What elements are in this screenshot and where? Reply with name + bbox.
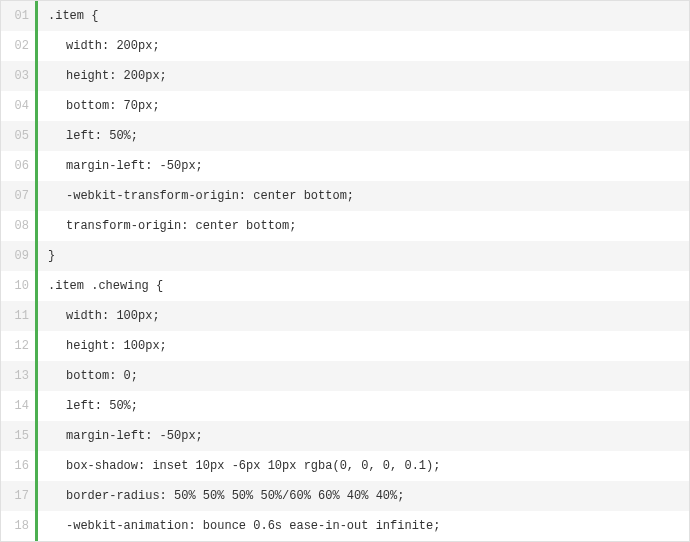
code-line: 11 width: 100px; [1,301,689,331]
code-line: 12 height: 100px; [1,331,689,361]
code-line: 10 .item .chewing { [1,271,689,301]
code-content: width: 100px; [38,309,160,323]
code-line: 07 -webkit-transform-origin: center bott… [1,181,689,211]
line-number: 05 [1,129,35,143]
line-number: 12 [1,339,35,353]
code-line: 01 .item { [1,1,689,31]
line-number: 17 [1,489,35,503]
code-content: bottom: 0; [38,369,138,383]
code-line: 03 height: 200px; [1,61,689,91]
code-content: .item { [38,9,98,23]
code-line: 02 width: 200px; [1,31,689,61]
code-line: 09 } [1,241,689,271]
line-number: 07 [1,189,35,203]
line-number: 06 [1,159,35,173]
line-number: 09 [1,249,35,263]
code-content: bottom: 70px; [38,99,160,113]
line-number: 11 [1,309,35,323]
code-content: border-radius: 50% 50% 50% 50%/60% 60% 4… [38,489,404,503]
line-number: 02 [1,39,35,53]
code-line: 05 left: 50%; [1,121,689,151]
line-number: 01 [1,9,35,23]
code-line: 08 transform-origin: center bottom; [1,211,689,241]
code-line: 15 margin-left: -50px; [1,421,689,451]
code-line: 14 left: 50%; [1,391,689,421]
line-number: 04 [1,99,35,113]
line-number: 18 [1,519,35,533]
line-number: 15 [1,429,35,443]
code-line: 04 bottom: 70px; [1,91,689,121]
code-content: width: 200px; [38,39,160,53]
code-content: margin-left: -50px; [38,429,203,443]
line-number: 13 [1,369,35,383]
code-content: box-shadow: inset 10px -6px 10px rgba(0,… [38,459,440,473]
code-content: transform-origin: center bottom; [38,219,296,233]
code-content: } [38,249,55,263]
code-line: 17 border-radius: 50% 50% 50% 50%/60% 60… [1,481,689,511]
code-content: height: 100px; [38,339,167,353]
line-number: 10 [1,279,35,293]
code-content: height: 200px; [38,69,167,83]
code-line: 16 box-shadow: inset 10px -6px 10px rgba… [1,451,689,481]
line-number: 08 [1,219,35,233]
code-content: left: 50%; [38,399,138,413]
code-line: 18 -webkit-animation: bounce 0.6s ease-i… [1,511,689,541]
code-content: left: 50%; [38,129,138,143]
code-line: 06 margin-left: -50px; [1,151,689,181]
code-content: .item .chewing { [38,279,163,293]
line-number: 14 [1,399,35,413]
line-number: 16 [1,459,35,473]
code-content: margin-left: -50px; [38,159,203,173]
code-line: 13 bottom: 0; [1,361,689,391]
code-content: -webkit-transform-origin: center bottom; [38,189,354,203]
code-content: -webkit-animation: bounce 0.6s ease-in-o… [38,519,440,533]
code-container: 01 .item { 02 width: 200px; 03 height: 2… [0,0,690,542]
line-number: 03 [1,69,35,83]
